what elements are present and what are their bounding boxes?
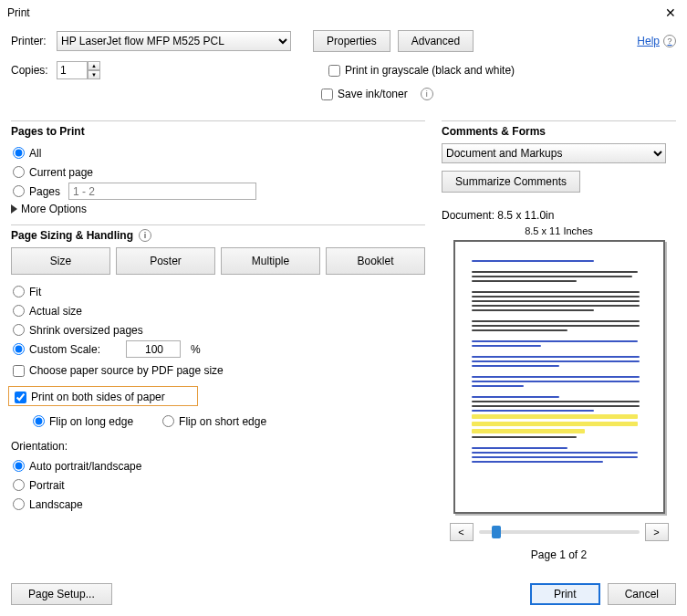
orient-landscape-radio[interactable] (13, 498, 25, 510)
preview-prev-button[interactable]: < (450, 523, 474, 541)
copies-label: Copies: (11, 64, 49, 77)
pages-range-radio[interactable] (13, 185, 25, 197)
help-link[interactable]: Help ? (637, 35, 676, 47)
pages-to-print-heading: Pages to Print (11, 125, 425, 138)
sizing-heading: Page Sizing & Handling (11, 229, 133, 242)
printer-label: Printer: (11, 35, 49, 47)
comments-heading: Comments & Forms (442, 125, 676, 138)
custom-scale-option[interactable]: Custom Scale: % (13, 339, 425, 359)
custom-scale-input[interactable] (126, 340, 181, 358)
copies-up-icon[interactable]: ▲ (88, 61, 100, 70)
summarize-comments-button[interactable]: Summarize Comments (442, 171, 580, 193)
advanced-button[interactable]: Advanced (398, 30, 474, 52)
custom-scale-radio[interactable] (13, 343, 25, 355)
saveink-option[interactable]: Save ink/toner (321, 88, 408, 100)
saveink-label: Save ink/toner (338, 88, 408, 100)
info-icon: i (421, 88, 433, 100)
pages-current-option[interactable]: Current page (13, 162, 425, 182)
pages-current-radio[interactable] (13, 166, 25, 178)
actual-size-radio[interactable] (13, 305, 25, 317)
tab-size[interactable]: Size (11, 247, 110, 275)
close-icon[interactable]: ✕ (661, 5, 680, 20)
document-dimensions: Document: 8.5 x 11.0in (442, 209, 676, 222)
printer-select[interactable]: HP LaserJet flow MFP M525 PCL (57, 31, 291, 51)
choose-source-option[interactable]: Choose paper source by PDF page size (13, 364, 425, 377)
actual-size-option[interactable]: Actual size (13, 301, 425, 320)
page-indicator: Page 1 of 2 (442, 548, 676, 561)
duplex-option[interactable]: Print on both sides of paper (15, 391, 192, 403)
percent-label: % (191, 343, 201, 356)
fit-radio[interactable] (13, 286, 25, 298)
orient-portrait-radio[interactable] (13, 479, 25, 491)
shrink-radio[interactable] (13, 324, 25, 336)
tab-poster[interactable]: Poster (116, 247, 215, 275)
orient-auto-radio[interactable] (13, 460, 25, 472)
triangle-right-icon (11, 204, 17, 214)
orientation-heading: Orientation: (11, 440, 425, 453)
duplex-checkbox[interactable] (15, 392, 26, 403)
help-icon: ? (663, 35, 676, 47)
fit-option[interactable]: Fit (13, 282, 425, 301)
grayscale-option[interactable]: Print in grayscale (black and white) (328, 64, 515, 77)
pages-range-input[interactable] (68, 183, 256, 200)
flip-short-radio[interactable] (162, 415, 174, 427)
tab-booklet[interactable]: Booklet (326, 247, 425, 275)
properties-button[interactable]: Properties (313, 30, 390, 52)
choose-source-checkbox[interactable] (13, 365, 25, 377)
orient-portrait-option[interactable]: Portrait (13, 475, 425, 495)
page-setup-button[interactable]: Page Setup... (11, 583, 112, 605)
copies-down-icon[interactable]: ▼ (88, 70, 100, 79)
shrink-option[interactable]: Shrink oversized pages (13, 320, 425, 339)
flip-long-option[interactable]: Flip on long edge (33, 412, 133, 431)
cancel-button[interactable]: Cancel (608, 583, 676, 605)
slider-thumb-icon[interactable] (492, 526, 501, 538)
flip-long-radio[interactable] (33, 415, 45, 427)
print-button[interactable]: Print (530, 583, 600, 605)
print-preview (453, 240, 665, 514)
grayscale-label: Print in grayscale (black and white) (345, 64, 515, 77)
comments-dropdown[interactable]: Document and Markups (442, 143, 666, 163)
orient-auto-option[interactable]: Auto portrait/landscape (13, 456, 425, 475)
saveink-checkbox[interactable] (321, 89, 333, 100)
window-title: Print (7, 6, 30, 19)
pages-all-radio[interactable] (13, 147, 25, 159)
flip-short-option[interactable]: Flip on short edge (162, 412, 266, 431)
copies-input[interactable] (57, 61, 88, 79)
info-icon: i (139, 229, 151, 242)
preview-slider[interactable] (479, 530, 640, 534)
paper-dimensions: 8.5 x 11 Inches (442, 225, 676, 236)
pages-all-option[interactable]: All (13, 143, 425, 162)
grayscale-checkbox[interactable] (328, 65, 340, 77)
pages-range-option[interactable]: Pages (13, 182, 425, 201)
tab-multiple[interactable]: Multiple (221, 247, 320, 275)
orient-landscape-option[interactable]: Landscape (13, 495, 425, 514)
more-options-toggle[interactable]: More Options (11, 203, 425, 215)
preview-next-button[interactable]: > (645, 523, 669, 541)
